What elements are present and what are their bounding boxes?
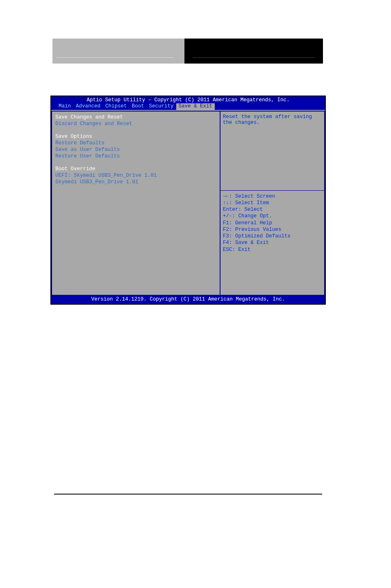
hint-f3: F3: Optimized Defaults	[223, 233, 322, 239]
document-header-bar	[52, 39, 323, 64]
heading-save-options: Save Options	[55, 133, 216, 140]
menu-discard-changes-reset[interactable]: Discard Changes and Reset	[55, 121, 216, 127]
menu-boot-uefi[interactable]: UEFI: Skymedi USB3_Pen_Drive 1.01	[55, 172, 216, 179]
tab-advanced[interactable]: Advanced	[73, 103, 103, 110]
tab-main[interactable]: Main	[56, 103, 73, 110]
menu-save-user-defaults[interactable]: Save as User Defaults	[55, 146, 216, 153]
menu-restore-user-defaults[interactable]: Restore User Defaults	[55, 153, 216, 160]
hint-select-item: ↑↓: Select Item	[223, 200, 322, 206]
tab-boot[interactable]: Boot	[130, 103, 147, 110]
heading-boot-override: Boot Override	[55, 166, 216, 172]
bios-title: Aptio Setup Utility – Copyright (C) 2011…	[51, 97, 325, 103]
hint-f1: F1: General Help	[223, 220, 322, 226]
bios-tabs: Main Advanced Chipset Boot Security Save…	[51, 103, 325, 110]
page-footer-rule	[54, 494, 322, 495]
tab-chipset[interactable]: Chipset	[103, 103, 130, 110]
bios-key-hints: →←: Select Screen ↑↓: Select Item Enter:…	[221, 190, 324, 295]
header-left-block	[52, 39, 184, 64]
menu-boot-device[interactable]: Skymedi USB3_Pen_Drive 1.01	[55, 179, 216, 185]
menu-save-changes-reset[interactable]: Save Changes and Reset	[55, 114, 216, 121]
header-right-rule	[193, 57, 315, 58]
header-right-block	[184, 39, 323, 64]
bios-main-panel: Save Changes and Reset Discard Changes a…	[51, 111, 221, 296]
bios-screenshot: Aptio Setup Utility – Copyright (C) 2011…	[50, 96, 326, 305]
hint-select-screen: →←: Select Screen	[223, 193, 322, 200]
bios-footer: Version 2.14.1219. Copyright (C) 2011 Am…	[51, 296, 325, 304]
header-left-rule	[57, 57, 174, 58]
hint-esc: ESC: Exit	[223, 246, 322, 253]
document-page: Aptio Setup Utility – Copyright (C) 2011…	[0, 0, 391, 588]
bios-header: Aptio Setup Utility – Copyright (C) 2011…	[51, 96, 325, 110]
bios-side-panel: Reset the system after saving the change…	[221, 111, 325, 296]
tab-security[interactable]: Security	[147, 103, 176, 110]
hint-change-opt: +/-: Change Opt.	[223, 213, 322, 219]
bios-window: Aptio Setup Utility – Copyright (C) 2011…	[51, 96, 325, 304]
hint-f4: F4: Save & Exit	[223, 239, 322, 246]
menu-restore-defaults[interactable]: Restore Defaults	[55, 140, 216, 146]
hint-f2: F2: Previous Values	[223, 226, 322, 233]
hint-enter: Enter: Select	[223, 206, 322, 213]
bios-body: Save Changes and Reset Discard Changes a…	[51, 110, 325, 296]
bios-help-text: Reset the system after saving the change…	[221, 112, 324, 190]
tab-save-exit[interactable]: Save & Exit	[176, 103, 215, 110]
